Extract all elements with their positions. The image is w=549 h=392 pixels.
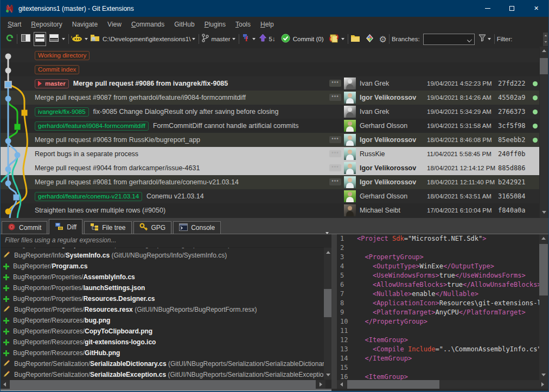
- submarine-dropdown-caret[interactable]: [85, 38, 88, 40]
- menu-start[interactable]: Start: [3, 18, 26, 30]
- commit-row[interactable]: gerhardol/feature/conemu-v21.03.14Conemu…: [1, 189, 539, 203]
- diff-code-view[interactable]: 1<Project Sdk="Microsoft.NET.Sdk">23 <Pr…: [337, 234, 539, 380]
- branch-label[interactable]: gerhardol/feature/conemu-v21.03.14: [35, 192, 142, 201]
- commit-more-button[interactable]: •••: [329, 80, 341, 87]
- pull-arrow-icon[interactable]: [259, 34, 267, 44]
- code-hscrollbar[interactable]: [337, 380, 548, 389]
- commit-row[interactable]: Report bugs in a separate process•••Russ…: [1, 147, 539, 161]
- commit-button[interactable]: Commit (0): [293, 36, 324, 42]
- menu-commands[interactable]: Commands: [126, 18, 169, 30]
- tab-gpg[interactable]: GPG: [133, 221, 172, 234]
- menu-navigate[interactable]: Navigate: [67, 18, 103, 30]
- commit-row[interactable]: Working directory: [1, 48, 539, 62]
- folder-icon[interactable]: [350, 34, 360, 44]
- repository-icon[interactable]: [90, 34, 100, 44]
- commit-date: 19/04/2021 8:14:26 AM: [427, 91, 491, 105]
- file-filter-input[interactable]: Filter files using a regular expression.…: [1, 234, 324, 248]
- commit-seal-icon: [8, 223, 16, 233]
- file-row[interactable]: BugReporter/Resources/git-extensions-log…: [1, 337, 324, 348]
- commit-graph[interactable]: [1, 48, 33, 218]
- funnel-dropdown-caret[interactable]: [488, 38, 491, 40]
- menu-plugins[interactable]: Plugins: [200, 18, 231, 30]
- branch-dropdown-caret[interactable]: [232, 38, 235, 40]
- console-icon: [179, 223, 188, 233]
- settings-gear-icon[interactable]: ⚙: [379, 34, 387, 44]
- line-number: 3: [340, 253, 344, 262]
- code-scrollbar[interactable]: [539, 234, 548, 380]
- author-avatar: [344, 78, 356, 89]
- added-file-icon: [3, 318, 9, 324]
- layout-bottom-icon[interactable]: [49, 34, 59, 44]
- file-row[interactable]: BugReporter/Properties/Resources.Designe…: [1, 293, 324, 304]
- file-filter-dropdown[interactable]: [324, 234, 331, 248]
- file-row[interactable]: BugReporter/Serialization/SerializableEx…: [1, 369, 324, 380]
- file-row[interactable]: BugReporter/Info/SystemInfo.cs (GitUI/NB…: [1, 250, 324, 261]
- commit-row[interactable]: Merge pull request #9081 from gerhardol/…: [1, 175, 539, 189]
- tab-file-tree[interactable]: File tree: [84, 221, 131, 234]
- layout-split-icon[interactable]: [34, 32, 46, 46]
- commit-more-button[interactable]: •••: [329, 94, 341, 101]
- code-line: 14 </ItemGroup>: [337, 354, 539, 363]
- current-branch[interactable]: master: [211, 36, 230, 42]
- view-diamond-icon[interactable]: [365, 34, 374, 45]
- layout-dropdown-caret[interactable]: [62, 38, 65, 40]
- commit-author: Ivan Grek: [360, 76, 389, 91]
- file-row[interactable]: BugReporter/Properties/launchSettings.js…: [1, 282, 324, 293]
- file-row[interactable]: BugReporter/Resources/bug.png: [1, 315, 324, 326]
- commit-row[interactable]: masterMerge pull request #9086 from ivan…: [1, 76, 539, 91]
- added-file-icon: [3, 296, 9, 302]
- refresh-icon[interactable]: [5, 33, 15, 45]
- commit-check-icon[interactable]: [281, 34, 290, 45]
- tab-commit[interactable]: Commit: [2, 221, 47, 234]
- close-button[interactable]: ✕: [524, 0, 548, 17]
- wip-label[interactable]: Commit index: [35, 65, 79, 74]
- minimize-button[interactable]: [475, 0, 500, 17]
- commit-row[interactable]: ivangrek/fix-9085fix-9085 Change DialogR…: [1, 105, 539, 119]
- commit-row[interactable]: Straighten lanes over multiple rows (#90…: [1, 203, 539, 217]
- maximize-button[interactable]: [500, 0, 524, 17]
- stash-dropdown-caret[interactable]: [341, 38, 344, 40]
- code-line: 10 </PropertyGroup>: [337, 317, 539, 326]
- pane-splitter[interactable]: [331, 234, 337, 389]
- commit-list-scrollbar[interactable]: [540, 47, 548, 218]
- file-row[interactable]: BugReporter/Properties/Resources.resx (G…: [1, 304, 324, 315]
- menu-help[interactable]: Help: [256, 18, 279, 30]
- commit-row[interactable]: gerhardol/feature/i9084-formcommitdiffFo…: [1, 119, 539, 133]
- commit-more-button[interactable]: •••: [329, 164, 341, 171]
- commit-date: 19/04/2021 5:31:58 AM: [427, 119, 491, 133]
- toolbar-overflow[interactable]: [543, 33, 548, 46]
- tab-console[interactable]: Console: [173, 221, 221, 234]
- branches-filter-funnel-icon[interactable]: [478, 34, 486, 44]
- branch-label[interactable]: ivangrek/fix-9085: [35, 107, 89, 117]
- commit-more-button[interactable]: •••: [329, 178, 341, 185]
- commit-row[interactable]: Merge pull request #9087 from gerhardol/…: [1, 91, 539, 105]
- code-line: 13 <Compile Include="..\CommonAssemblyIn…: [337, 345, 539, 354]
- menu-repository[interactable]: Repository: [26, 18, 67, 30]
- file-row[interactable]: BugReporter/Properties/AssemblyInfo.cs: [1, 272, 324, 282]
- commit-row[interactable]: Merge pull request #9063 from RussKie/bu…: [1, 133, 539, 147]
- tab-diff[interactable]: Diff: [49, 219, 82, 234]
- head-branch-label[interactable]: master: [35, 79, 69, 88]
- commit-row[interactable]: Commit index: [1, 62, 539, 76]
- tab-label: File tree: [102, 224, 125, 232]
- repo-path[interactable]: C:\Development\gitextensions1\: [103, 36, 190, 42]
- fetch-dropdown-caret[interactable]: [252, 38, 256, 40]
- file-row[interactable]: BugReporter/Program.cs: [1, 261, 324, 272]
- branches-combobox[interactable]: [423, 34, 475, 45]
- commit-more-button[interactable]: •••: [329, 150, 341, 157]
- file-row[interactable]: BugReporter/Resources/CopyToClipboard.pn…: [1, 326, 324, 337]
- layout-left-panel-icon[interactable]: [21, 34, 30, 44]
- file-row[interactable]: BugReporter/Serialization/SerializableDi…: [1, 358, 324, 369]
- stash-icon[interactable]: [329, 34, 340, 45]
- branch-label[interactable]: gerhardol/feature/i9084-formcommitdiff: [35, 121, 149, 131]
- file-row[interactable]: BugReporter/Resources/GitHub.png: [1, 348, 324, 358]
- menu-github[interactable]: GitHub: [169, 18, 199, 30]
- submarine-icon[interactable]: [71, 34, 83, 44]
- repo-dropdown-caret[interactable]: [192, 38, 195, 40]
- menu-view[interactable]: View: [103, 18, 126, 30]
- commit-more-button[interactable]: •••: [329, 136, 341, 143]
- wip-label[interactable]: Working directory: [35, 51, 90, 60]
- commit-row[interactable]: Merge pull request #9044 from darkcamper…: [1, 161, 539, 175]
- menu-tools[interactable]: Tools: [231, 18, 256, 30]
- fetch-icon[interactable]: f: [241, 34, 251, 45]
